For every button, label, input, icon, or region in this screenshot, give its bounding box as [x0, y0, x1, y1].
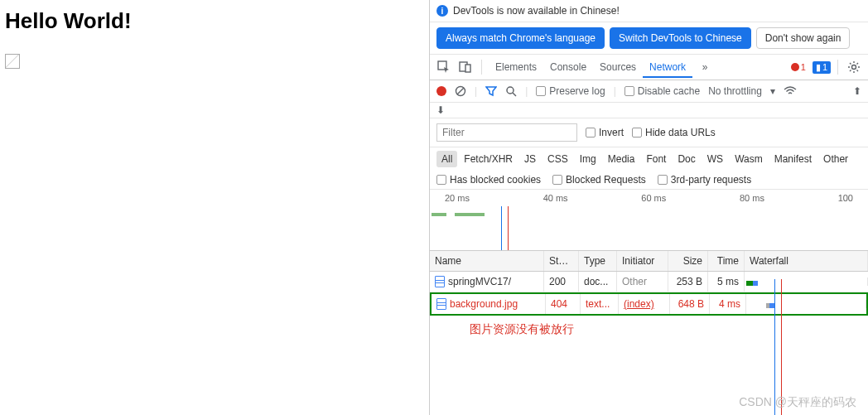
language-actions: Always match Chrome's language Switch De… [430, 22, 868, 55]
request-waterfall [745, 277, 868, 286]
request-status: 200 [544, 272, 579, 292]
document-icon [436, 298, 446, 310]
type-filter-css[interactable]: CSS [542, 151, 573, 167]
clear-icon[interactable] [455, 85, 466, 97]
tab-elements[interactable]: Elements [489, 58, 543, 76]
extra-filters: Has blocked cookies Blocked Requests 3rd… [430, 171, 868, 190]
resource-type-filters: AllFetch/XHRJSCSSImgMediaFontDocWSWasmMa… [430, 147, 868, 171]
request-waterfall [746, 300, 866, 308]
type-filter-doc[interactable]: Doc [673, 151, 700, 167]
type-filter-js[interactable]: JS [519, 151, 541, 167]
type-filter-media[interactable]: Media [603, 151, 640, 167]
type-filter-other[interactable]: Other [818, 151, 853, 167]
request-name: springMVC17/ [448, 276, 511, 287]
request-type: doc... [579, 272, 617, 292]
col-time: Time [708, 251, 745, 271]
request-size: 648 B [670, 294, 710, 314]
infobar-text: DevTools is now available in Chinese! [453, 5, 620, 17]
tab-separator [837, 60, 838, 75]
svg-rect-2 [465, 65, 470, 72]
devtools-panel: i DevTools is now available in Chinese! … [429, 0, 868, 415]
blocked-cookies-checkbox[interactable]: Has blocked cookies [436, 174, 541, 186]
timeline-bar [432, 213, 446, 216]
timeline-tick: 100 [838, 193, 853, 203]
svg-line-5 [457, 88, 464, 94]
filter-icon[interactable] [485, 85, 497, 97]
svg-point-3 [852, 65, 856, 70]
more-tabs-icon[interactable]: » [696, 58, 714, 76]
switch-devtools-chinese-button[interactable]: Switch DevTools to Chinese [610, 27, 751, 49]
always-match-language-button[interactable]: Always match Chrome's language [436, 27, 605, 49]
table-row[interactable]: springMVC17/ 200 doc... Other 253 B 5 ms [430, 272, 868, 292]
filter-bar: Invert Hide data URLs [430, 118, 868, 147]
timeline-tick: 60 ms [641, 193, 666, 203]
request-initiator[interactable]: (index) [619, 294, 670, 314]
type-filter-ws[interactable]: WS [702, 151, 728, 167]
page-heading: Hello World! [5, 8, 422, 34]
dropdown-icon[interactable]: ▾ [770, 85, 775, 97]
tab-network[interactable]: Network [643, 58, 692, 78]
col-name: Name [430, 251, 544, 271]
tab-console[interactable]: Console [543, 58, 593, 76]
network-toolbar: | | Preserve log | Disable cache No thro… [430, 80, 868, 103]
import-icon[interactable]: ⬆ [853, 85, 861, 97]
inspect-element-icon[interactable] [435, 58, 453, 76]
load-event-line [508, 206, 509, 250]
timeline-overview[interactable]: 20 ms 40 ms 60 ms 80 ms 100 [430, 190, 868, 251]
request-time: 4 ms [710, 294, 746, 314]
tab-sources[interactable]: Sources [593, 58, 643, 76]
blocked-requests-checkbox[interactable]: Blocked Requests [552, 174, 646, 186]
timeline-tick: 80 ms [740, 193, 764, 203]
request-time: 5 ms [708, 272, 745, 292]
watermark: CSDN @天秤座的码农 [739, 395, 856, 410]
request-status: 404 [546, 294, 581, 314]
invert-checkbox[interactable]: Invert [586, 127, 624, 138]
throttling-select[interactable]: No throttling [708, 85, 762, 97]
col-size: Size [668, 251, 708, 271]
disable-cache-checkbox[interactable]: Disable cache [624, 85, 700, 97]
type-filter-all[interactable]: All [436, 151, 457, 167]
language-infobar: i DevTools is now available in Chinese! [430, 0, 868, 22]
tab-separator [481, 60, 482, 75]
network-conditions-icon[interactable] [784, 86, 797, 96]
info-icon: i [436, 5, 448, 17]
third-party-checkbox[interactable]: 3rd-party requests [658, 174, 751, 186]
request-type: text... [581, 294, 619, 314]
annotation-text: 图片资源没有被放行 [430, 316, 868, 337]
request-size: 253 B [668, 272, 708, 292]
network-table-header[interactable]: Name Stat... Type Initiator Size Time Wa… [430, 251, 868, 272]
record-icon[interactable] [436, 86, 446, 96]
request-initiator[interactable]: Other [617, 272, 668, 292]
type-filter-font[interactable]: Font [641, 151, 671, 167]
error-badge[interactable]: 1 [788, 61, 809, 73]
type-filter-manifest[interactable]: Manifest [769, 151, 817, 167]
device-toolbar-icon[interactable] [456, 58, 475, 76]
type-filter-img[interactable]: Img [575, 151, 601, 167]
timeline-bar [455, 213, 485, 216]
settings-icon[interactable] [845, 58, 863, 76]
document-icon [435, 276, 445, 287]
search-icon[interactable] [505, 85, 517, 97]
devtools-tabs: ElementsConsoleSourcesNetwork » 1 ▮ 1 [430, 55, 868, 80]
type-filter-wasm[interactable]: Wasm [730, 151, 768, 167]
dont-show-again-button[interactable]: Don't show again [756, 27, 851, 49]
timeline-tick: 40 ms [543, 193, 568, 203]
col-status: Stat... [544, 251, 579, 271]
svg-line-7 [513, 93, 516, 96]
col-waterfall: Waterfall [745, 251, 868, 271]
svg-point-6 [507, 87, 514, 94]
col-type: Type [579, 251, 617, 271]
timeline-tick: 20 ms [445, 193, 470, 203]
type-filter-fetchxhr[interactable]: Fetch/XHR [459, 151, 518, 167]
table-row[interactable]: background.jpg 404 text... (index) 648 B… [430, 292, 868, 316]
issues-badge[interactable]: ▮ 1 [813, 61, 831, 74]
hide-data-urls-checkbox[interactable]: Hide data URLs [632, 127, 716, 138]
download-bar[interactable]: ⬇ [430, 103, 868, 118]
dom-content-loaded-line [501, 206, 502, 250]
col-initiator: Initiator [617, 251, 668, 271]
broken-image-icon [5, 54, 20, 69]
filter-input[interactable] [436, 123, 577, 142]
preserve-log-checkbox[interactable]: Preserve log [536, 85, 605, 97]
request-name: background.jpg [450, 298, 518, 310]
